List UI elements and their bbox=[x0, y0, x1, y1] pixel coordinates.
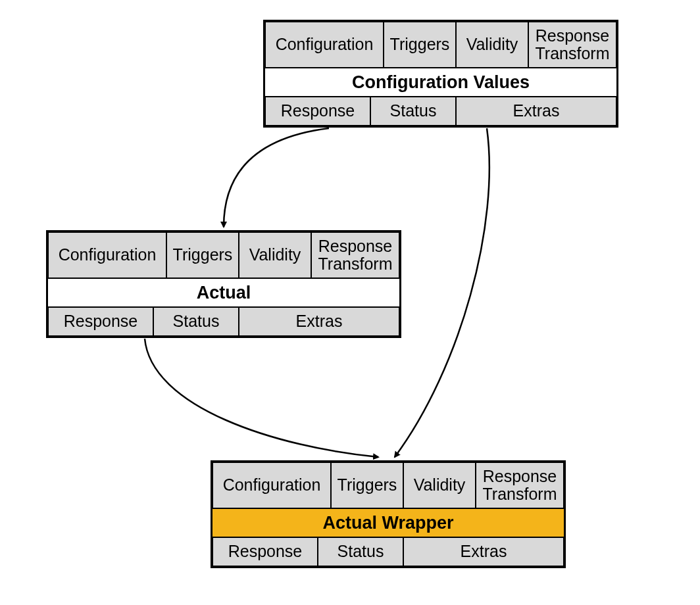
cell-extras: Extras bbox=[239, 307, 399, 336]
cell-response: Response bbox=[265, 97, 370, 126]
cell-response-transform: Response Transform bbox=[476, 462, 564, 508]
cell-triggers: Triggers bbox=[331, 462, 403, 508]
box-actual-wrapper: Configuration Triggers Validity Response… bbox=[211, 460, 566, 568]
arrow-config-to-actual bbox=[224, 128, 329, 227]
box-configuration-values: Configuration Triggers Validity Response… bbox=[263, 20, 618, 128]
cell-configuration: Configuration bbox=[213, 462, 331, 508]
cell-configuration: Configuration bbox=[265, 22, 384, 68]
cell-extras: Extras bbox=[456, 97, 616, 126]
bottom-row: Response Status Extras bbox=[213, 537, 564, 566]
cell-validity: Validity bbox=[456, 22, 528, 68]
cell-response-transform: Response Transform bbox=[528, 22, 616, 68]
cell-status: Status bbox=[370, 97, 456, 126]
cell-status: Status bbox=[318, 537, 403, 566]
cell-extras: Extras bbox=[403, 537, 564, 566]
cell-response: Response bbox=[213, 537, 318, 566]
box-title: Configuration Values bbox=[265, 68, 616, 97]
cell-triggers: Triggers bbox=[384, 22, 456, 68]
cell-status: Status bbox=[153, 307, 239, 336]
box-title: Actual Wrapper bbox=[213, 508, 564, 537]
box-actual: Configuration Triggers Validity Response… bbox=[46, 230, 401, 338]
box-title: Actual bbox=[48, 278, 399, 307]
cell-response: Response bbox=[48, 307, 153, 336]
cell-triggers: Triggers bbox=[166, 232, 239, 278]
cell-validity: Validity bbox=[403, 462, 476, 508]
cell-validity: Validity bbox=[239, 232, 311, 278]
arrow-config-to-wrapper bbox=[395, 128, 489, 457]
top-row: Configuration Triggers Validity Response… bbox=[213, 462, 564, 508]
cell-configuration: Configuration bbox=[48, 232, 166, 278]
bottom-row: Response Status Extras bbox=[265, 97, 616, 126]
top-row: Configuration Triggers Validity Response… bbox=[48, 232, 399, 278]
cell-response-transform: Response Transform bbox=[311, 232, 399, 278]
arrow-actual-to-wrapper bbox=[145, 339, 378, 457]
diagram-canvas: Configuration Triggers Validity Response… bbox=[0, 0, 700, 605]
bottom-row: Response Status Extras bbox=[48, 307, 399, 336]
top-row: Configuration Triggers Validity Response… bbox=[265, 22, 616, 68]
